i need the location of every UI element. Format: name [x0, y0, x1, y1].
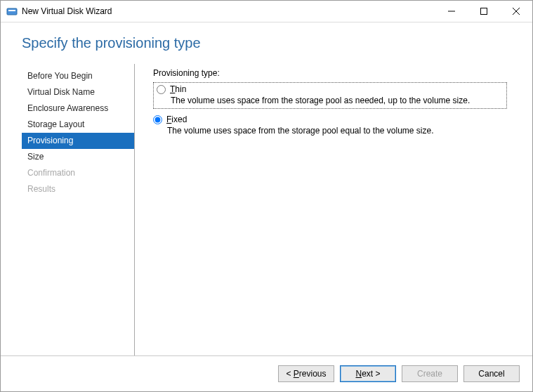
step-before-you-begin[interactable]: Before You Begin: [22, 68, 134, 84]
radio-fixed-label: Fixed: [166, 115, 187, 124]
radio-thin-row[interactable]: Thin: [157, 84, 504, 94]
app-icon: [6, 6, 18, 17]
radio-fixed[interactable]: [153, 115, 162, 124]
step-confirmation: Confirmation: [22, 165, 134, 181]
wizard-steps-sidebar: Before You Begin Virtual Disk Name Enclo…: [22, 64, 135, 355]
wizard-footer: < Previous Next > Create Cancel: [1, 355, 532, 391]
radio-option-thin[interactable]: Thin The volume uses space from the stor…: [153, 82, 507, 109]
window-title: New Virtual Disk Wizard: [22, 6, 435, 16]
page-heading: Specify the provisioning type: [1, 22, 532, 64]
close-button[interactable]: [500, 1, 532, 22]
step-results: Results: [22, 181, 134, 197]
radio-option-fixed[interactable]: Fixed The volume uses space from the sto…: [153, 113, 507, 138]
step-size[interactable]: Size: [22, 149, 134, 165]
radio-thin-label: Thin: [170, 84, 186, 94]
content-area: Before You Begin Virtual Disk Name Enclo…: [1, 64, 532, 355]
provisioning-type-label: Provisioning type:: [153, 68, 507, 78]
wizard-body: Specify the provisioning type Before You…: [1, 22, 532, 391]
step-virtual-disk-name[interactable]: Virtual Disk Name: [22, 84, 134, 100]
wizard-window: New Virtual Disk Wizard Specify the prov…: [0, 0, 533, 392]
radio-fixed-description: The volume uses space from the storage p…: [153, 126, 504, 136]
svg-rect-3: [481, 8, 487, 15]
cancel-button[interactable]: Cancel: [463, 365, 520, 382]
minimize-button[interactable]: [435, 1, 468, 22]
step-provisioning[interactable]: Provisioning: [22, 133, 134, 149]
radio-fixed-row[interactable]: Fixed: [153, 115, 504, 124]
next-button[interactable]: Next >: [340, 365, 396, 382]
step-enclosure-awareness[interactable]: Enclosure Awareness: [22, 100, 134, 117]
create-button: Create: [402, 365, 458, 382]
maximize-icon: [480, 8, 487, 15]
window-controls: [435, 1, 532, 22]
svg-rect-0: [7, 8, 17, 15]
main-panel: Provisioning type: Thin The volume uses …: [135, 64, 511, 355]
radio-thin[interactable]: [157, 85, 166, 94]
svg-rect-1: [8, 10, 15, 11]
previous-button[interactable]: < Previous: [278, 365, 334, 382]
radio-thin-description: The volume uses space from the storage p…: [157, 96, 504, 105]
close-icon: [513, 8, 520, 15]
step-storage-layout[interactable]: Storage Layout: [22, 117, 134, 133]
maximize-button[interactable]: [468, 1, 500, 22]
titlebar: New Virtual Disk Wizard: [1, 1, 532, 22]
minimize-icon: [448, 8, 455, 15]
